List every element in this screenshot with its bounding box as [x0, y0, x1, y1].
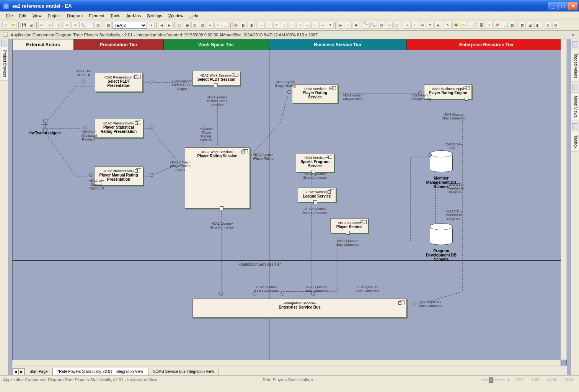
tb-paint-icon[interactable]: 🎨 — [232, 22, 239, 29]
tb-list-icon[interactable]: ≡ — [214, 22, 221, 29]
comp-player-rating-service[interactable]: «EA2 Service» Player Rating Service — [292, 84, 338, 103]
tb-layout3-icon[interactable]: ▤ — [191, 22, 198, 29]
tb-db-icon[interactable]: 🗄 — [478, 22, 485, 29]
tb-cut-icon[interactable]: ✂ — [38, 22, 45, 29]
menu-window[interactable]: Window — [165, 13, 186, 19]
tb-a2-icon[interactable]: ◪ — [527, 22, 533, 29]
tb-undo-icon[interactable]: ↶ — [64, 22, 71, 29]
menu-tools[interactable]: Tools — [108, 13, 124, 19]
menu-edit[interactable]: Edit — [16, 13, 29, 19]
tab-rate-players[interactable]: *Rate Players Statistically, v2.01 - Int… — [52, 368, 148, 375]
tb-end2-icon[interactable]: ⊟ — [552, 22, 559, 29]
diagram-canvas[interactable]: External Actors Presentation Tier Work S… — [12, 39, 567, 365]
sidetab-tagged-values[interactable]: Tagged Values — [571, 50, 579, 82]
tb-export-icon[interactable]: ↗ — [486, 22, 493, 29]
tb-zoomin-icon[interactable]: 🔍+ — [363, 22, 370, 29]
tb-zoomarea-icon[interactable]: ◫ — [393, 22, 400, 29]
comp-player-rating-session[interactable]: «EA2 Work Session» Player Rating Session — [185, 147, 250, 209]
tb-open-icon[interactable]: 📂 — [10, 22, 17, 29]
toolbar-combo[interactable]: (EA)2 — [113, 22, 147, 29]
tb-layout4-icon[interactable]: ▥ — [199, 22, 206, 29]
zoom-slider[interactable] — [481, 379, 504, 381]
tb-a1-icon[interactable]: ◩ — [519, 22, 526, 29]
tb-redo-icon[interactable]: ↷ — [72, 22, 78, 29]
tb-bullets-icon[interactable]: ☰ — [222, 22, 229, 29]
zoom-out-icon[interactable]: − — [476, 377, 478, 382]
model-views-icon[interactable] — [572, 84, 578, 90]
tb-fwd-icon[interactable]: ▶ — [166, 22, 173, 29]
infobar-close-icon[interactable]: × — [571, 33, 576, 37]
sidetab-toolbox[interactable]: Toolbox — [571, 132, 579, 152]
comp-league-service[interactable]: «EA2 Service» League Service — [298, 188, 336, 203]
tb-rec-icon[interactable]: ⏺ — [352, 22, 359, 29]
minimize-button[interactable]: _ — [548, 2, 558, 10]
zoom-in-icon[interactable]: + — [507, 377, 510, 382]
tb-tree-icon[interactable]: 🌳 — [452, 22, 459, 29]
tb-align5-icon[interactable]: ⊢ — [289, 22, 295, 29]
tb-play-icon[interactable]: ▶ — [337, 22, 344, 29]
tb-align3-icon[interactable]: ⊤ — [273, 22, 280, 29]
tb-new-icon[interactable]: □ — [2, 22, 9, 29]
tb-align1-icon[interactable]: ⫠ — [258, 22, 265, 29]
tb-zoomfit-icon[interactable]: ⊡ — [378, 22, 385, 29]
comp-select-pldt-pres[interactable]: «EA2 Presentation» Select PLDT Presentat… — [95, 73, 143, 92]
project-browser-icon[interactable] — [1, 40, 7, 46]
toolbox-icon[interactable] — [572, 123, 578, 129]
tb-doc-icon[interactable]: 📄 — [87, 22, 94, 29]
menu-element[interactable]: Element — [86, 13, 107, 19]
db-prog-dev[interactable]: Program Development DB Schema — [424, 226, 458, 261]
tb-zoom100-icon[interactable]: ① — [386, 22, 393, 29]
tb-text-icon[interactable]: A — [207, 22, 214, 29]
tb-back-icon[interactable]: ◀ — [158, 22, 165, 29]
tb-samew-icon[interactable]: ⬄ — [319, 22, 326, 29]
tb-print-icon[interactable]: 🖨 — [28, 22, 35, 29]
sidetab-model-views[interactable]: Model Views — [571, 92, 579, 121]
tb-stack-icon[interactable]: ▤ — [95, 22, 101, 29]
actor-team-assigner[interactable]: theTeamAssigner — [24, 119, 66, 135]
tb-x2-icon[interactable]: ✧ — [411, 22, 418, 29]
tb-layout2-icon[interactable]: ▣ — [184, 22, 191, 29]
tb-refresh-icon[interactable]: ↻ — [445, 22, 452, 29]
comp-select-pldt-session[interactable]: «EA2 Work Session» Select PLDT Session — [192, 71, 240, 86]
maximize-button[interactable]: □ — [558, 2, 568, 10]
tb-align2-icon[interactable]: ⫟ — [266, 22, 272, 29]
tb-pause-icon[interactable]: ⏸ — [345, 22, 352, 29]
menu-project[interactable]: Project — [44, 13, 64, 19]
vertical-scrollbar[interactable] — [561, 39, 567, 360]
horizontal-scrollbar[interactable] — [12, 360, 561, 366]
comp-esb[interactable]: «Integration Service» Enterprise Service… — [192, 299, 407, 318]
tb-folder-icon[interactable]: 📁 — [460, 22, 467, 29]
tb-color-icon[interactable]: ◧ — [240, 22, 247, 29]
tb-zoomout-icon[interactable]: 🔍- — [370, 22, 377, 29]
tb-end1-icon[interactable]: ⊞ — [545, 22, 551, 29]
tb-pin-icon[interactable]: 📌 — [493, 22, 500, 29]
tb-save-icon[interactable]: 💾 — [20, 22, 27, 29]
tb-doc2-icon[interactable]: 📃 — [501, 22, 508, 29]
menu-diagram[interactable]: Diagram — [64, 13, 86, 19]
tab-start-page[interactable]: Start Page — [24, 368, 52, 375]
menu-view[interactable]: View — [29, 13, 45, 19]
tb-a3-icon[interactable]: ◧ — [534, 22, 541, 29]
tb-sameh-icon[interactable]: ⬍ — [327, 22, 334, 29]
tb-copy-icon[interactable]: ⎘ — [46, 22, 53, 29]
comp-player-service[interactable]: «EA2 Service» Player Service — [330, 218, 369, 233]
tb-align4-icon[interactable]: ⊥ — [281, 22, 288, 29]
tb-search-icon[interactable]: 🔍 — [79, 22, 86, 29]
close-button[interactable]: ✕ — [568, 2, 577, 10]
tb-style-icon[interactable]: ◨ — [248, 22, 254, 29]
menu-addins[interactable]: Add-Ins — [123, 13, 144, 19]
menu-settings[interactable]: Settings — [144, 13, 165, 19]
comp-sports-program-service[interactable]: «EA2 Service» Sports Program Service — [296, 153, 334, 172]
tb-spaceh-icon[interactable]: ↔ — [304, 22, 311, 29]
tb-grid-icon[interactable]: ▦ — [105, 22, 112, 29]
comp-stat-rating-pres[interactable]: «EA2 Presentation» Player Statistical Ra… — [94, 119, 143, 138]
tab-scroll-right[interactable]: ▶ — [18, 368, 24, 375]
tb-x1-icon[interactable]: ✦ — [404, 22, 411, 29]
tb-align6-icon[interactable]: ⊣ — [296, 22, 303, 29]
tb-win-icon[interactable]: ▭ — [468, 22, 475, 29]
tb-dropdown-icon[interactable]: ▾ — [148, 22, 155, 29]
tb-layout1-icon[interactable]: ▢ — [176, 22, 183, 29]
tab-scms[interactable]: SCMS Service Bus Integration View — [148, 368, 219, 375]
tb-x4-icon[interactable]: ⚒ — [427, 22, 434, 29]
tb-list2-icon[interactable]: ▦ — [509, 22, 515, 29]
